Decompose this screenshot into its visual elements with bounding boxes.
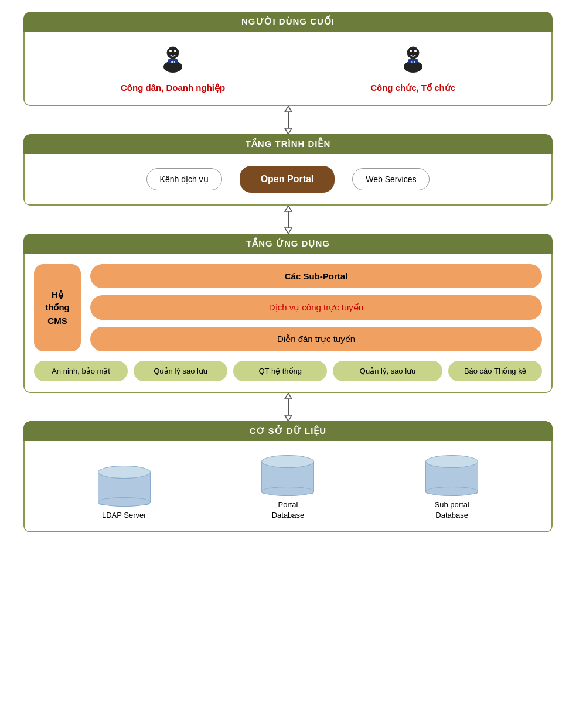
cms-label: HệthốngCMS (45, 288, 69, 328)
db-label-ldap: LDAP Server (102, 510, 146, 521)
quan-ly-sao-luu-2-pill: Quản lý, sao lưu (333, 361, 442, 381)
cylinder-bottom-portal (261, 487, 314, 496)
cylinder-bottom-ldap (98, 497, 151, 507)
sub-portal-column: Các Sub-Portal Dịch vụ công trực tuyến D… (90, 264, 542, 351)
arrow-3 (23, 393, 553, 421)
cylinder-portal (261, 455, 314, 496)
quan-ly-sao-luu-pill: Quản lý sao lưu (134, 361, 227, 381)
cylinder-sub-portal (425, 455, 478, 496)
cylinder-ldap (98, 466, 151, 507)
dich-vu-cong-pill: Dịch vụ công trực tuyến (90, 295, 542, 320)
user-icon-cong-chuc: ID (398, 43, 428, 79)
svg-point-9 (414, 50, 417, 52)
cylinder-top-portal (261, 455, 314, 468)
cylinder-bottom-sub-portal (425, 487, 478, 496)
cac-sub-portal-pill: Các Sub-Portal (90, 264, 542, 288)
user-item-cong-dan: ID Công dân, Doanh nghiệp (121, 43, 225, 93)
svg-point-8 (410, 50, 412, 52)
svg-text:ID: ID (171, 60, 175, 64)
arrow-2 (23, 206, 553, 234)
dien-dan-pill: Diễn đàn trực tuyến (90, 327, 542, 351)
svg-marker-14 (285, 128, 292, 134)
svg-marker-16 (285, 206, 292, 211)
user-label-cong-dan: Công dân, Doanh nghiệp (121, 83, 225, 93)
db-sub-portal: Sub portalDatabase (425, 455, 478, 521)
svg-marker-20 (285, 415, 292, 421)
db-label-sub-portal: Sub portalDatabase (435, 500, 469, 521)
nguoi-dung-layer: NGƯỜI DÙNG CUỐI ID Công dân, Doanh nghiệ… (23, 12, 553, 106)
web-services-pill: Web Services (352, 168, 430, 190)
qt-he-thong-pill: QT hệ thống (233, 361, 327, 381)
user-icon-cong-dan: ID (158, 43, 188, 79)
svg-point-3 (174, 50, 176, 52)
tang-trinh-dien-layer: TẦNG TRÌNH DIỄN Kênh dịch vụ Open Portal… (23, 134, 553, 206)
an-ninh-pill: An ninh, bảo mật (34, 361, 128, 381)
svg-marker-17 (285, 228, 292, 234)
svg-point-2 (169, 50, 172, 52)
svg-marker-19 (285, 393, 292, 399)
ung-dung-top-row: HệthốngCMS Các Sub-Portal Dịch vụ công t… (34, 264, 542, 351)
svg-text:ID: ID (411, 60, 415, 64)
nguoi-dung-body: ID Công dân, Doanh nghiệp ID Công chức, … (23, 32, 553, 106)
db-ldap: LDAP Server (98, 466, 151, 521)
co-so-du-lieu-layer: CƠ SỞ DỮ LIỆU LDAP Server PortalDatabase (23, 421, 553, 532)
bao-cao-pill: Báo cáo Thống kê (448, 361, 542, 381)
tang-ung-dung-body: HệthốngCMS Các Sub-Portal Dịch vụ công t… (23, 254, 553, 393)
user-item-cong-chuc: ID Công chức, Tổ chức (370, 43, 455, 93)
cms-box: HệthốngCMS (34, 264, 81, 351)
arrow-1 (23, 106, 553, 134)
tang-ung-dung-header: TẦNG ỨNG DỤNG (23, 234, 553, 254)
svg-point-6 (407, 47, 419, 59)
open-portal-pill: Open Portal (240, 166, 335, 193)
svg-point-0 (167, 47, 179, 59)
tang-ung-dung-layer: TẦNG ỨNG DỤNG HệthốngCMS Các Sub-Portal … (23, 234, 553, 393)
svg-marker-13 (285, 106, 292, 112)
ung-dung-bottom-row: An ninh, bảo mật Quản lý sao lưu QT hệ t… (34, 361, 542, 381)
kenh-dich-vu-pill: Kênh dịch vụ (146, 168, 222, 190)
db-portal: PortalDatabase (261, 455, 314, 521)
user-label-cong-chuc: Công chức, Tổ chức (370, 83, 455, 93)
co-so-du-lieu-header: CƠ SỞ DỮ LIỆU (23, 421, 553, 441)
cylinder-top-ldap (98, 466, 151, 479)
db-label-portal: PortalDatabase (272, 500, 305, 521)
tang-trinh-dien-body: Kênh dịch vụ Open Portal Web Services (23, 154, 553, 206)
co-so-du-lieu-body: LDAP Server PortalDatabase Sub portalDat… (23, 441, 553, 532)
nguoi-dung-header: NGƯỜI DÙNG CUỐI (23, 12, 553, 32)
tang-trinh-dien-header: TẦNG TRÌNH DIỄN (23, 134, 553, 154)
cylinder-top-sub-portal (425, 455, 478, 468)
